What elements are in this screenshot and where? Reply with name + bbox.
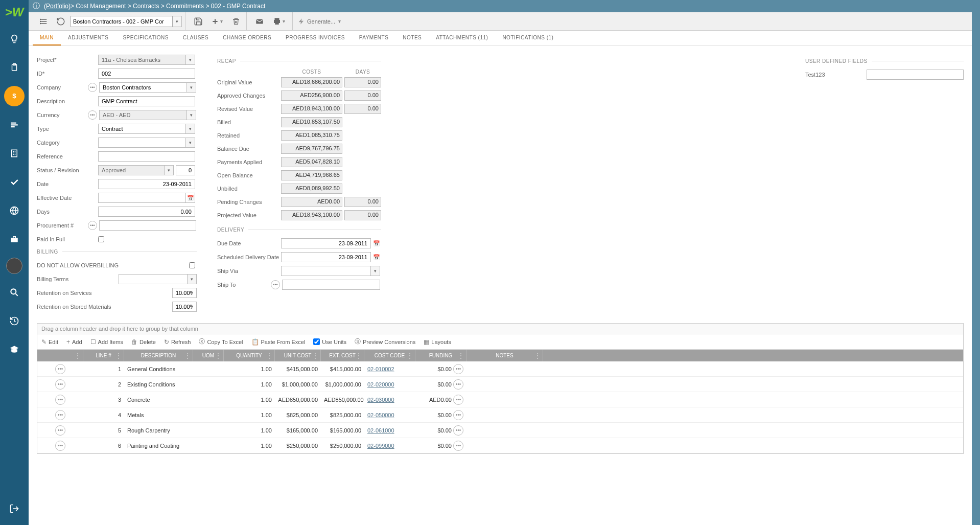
table-row[interactable]: ••• 6 Painting and Coating 1.00 $250,000… bbox=[37, 438, 963, 453]
due-date-input[interactable] bbox=[281, 238, 371, 248]
type-select[interactable] bbox=[98, 124, 186, 134]
generate-caret-icon[interactable]: ▾ bbox=[337, 18, 342, 24]
generate-button[interactable]: Generate... ▾ bbox=[298, 18, 342, 25]
grid-header-menu[interactable]: ⋮ bbox=[37, 350, 83, 361]
ship-via-caret[interactable]: ▾ bbox=[371, 266, 380, 276]
row-funding[interactable]: $0.00 ••• bbox=[415, 362, 466, 376]
tab-specifications[interactable]: SPECIFICATIONS bbox=[115, 31, 176, 45]
user-avatar[interactable] bbox=[6, 258, 22, 274]
row-menu[interactable]: ••• bbox=[37, 362, 83, 376]
currency-caret[interactable]: ▾ bbox=[187, 110, 196, 120]
grid-layouts-button[interactable]: ▦Layouts bbox=[424, 338, 451, 346]
procurement-input[interactable] bbox=[99, 220, 196, 231]
project-caret[interactable]: ▾ bbox=[186, 55, 195, 65]
print-caret-icon[interactable]: ▾ bbox=[282, 18, 286, 24]
grid-header-line[interactable]: LINE #⋮ bbox=[83, 350, 124, 361]
company-ellipsis[interactable]: ••• bbox=[88, 83, 97, 92]
row-cost-code[interactable]: 02-061000 bbox=[364, 425, 415, 436]
mail-icon[interactable] bbox=[252, 15, 267, 28]
row-funding[interactable]: $0.00 ••• bbox=[415, 439, 466, 453]
record-selector[interactable] bbox=[71, 16, 173, 27]
grid-header-uom[interactable]: UOM⋮ bbox=[193, 350, 224, 361]
right-scrollbar[interactable] bbox=[972, 0, 980, 525]
billing-terms-select[interactable] bbox=[119, 274, 188, 284]
bars-icon[interactable] bbox=[4, 115, 25, 135]
list-icon[interactable] bbox=[37, 15, 51, 28]
table-row[interactable]: ••• 3 Concrete 1.00 AED850,000.00 AED850… bbox=[37, 392, 963, 407]
ship-to-ellipsis[interactable]: ••• bbox=[271, 280, 280, 289]
row-menu[interactable]: ••• bbox=[37, 439, 83, 453]
grid-copy-excel-button[interactable]: ⓧCopy To Excel bbox=[199, 337, 243, 346]
row-cost-code[interactable]: 02-010002 bbox=[364, 364, 415, 374]
table-row[interactable]: ••• 2 Existing Conditions 1.00 $1,000,00… bbox=[37, 377, 963, 392]
grid-preview-button[interactable]: ⓢPreview Conversions bbox=[355, 337, 415, 346]
grid-refresh-button[interactable]: ↻Refresh bbox=[164, 338, 191, 346]
status-caret[interactable]: ▾ bbox=[165, 165, 174, 175]
logout-icon[interactable] bbox=[4, 498, 25, 519]
money-icon[interactable]: $ bbox=[4, 86, 25, 106]
category-select[interactable] bbox=[98, 138, 186, 148]
revision-input[interactable] bbox=[176, 165, 195, 175]
info-icon[interactable]: ⓘ bbox=[33, 2, 40, 11]
tab-adjustments[interactable]: ADJUSTMENTS bbox=[61, 31, 115, 45]
procurement-ellipsis[interactable]: ••• bbox=[88, 221, 97, 230]
grid-header-ext-cost[interactable]: EXT. COST⋮ bbox=[321, 350, 364, 361]
grid-use-units-check[interactable]: Use Units bbox=[313, 338, 346, 345]
row-menu[interactable]: ••• bbox=[37, 377, 83, 392]
type-caret[interactable]: ▾ bbox=[186, 124, 195, 134]
ret-services-input[interactable] bbox=[172, 288, 197, 298]
row-cost-code[interactable]: 02-030000 bbox=[364, 395, 415, 405]
grid-paste-excel-button[interactable]: 📋Paste From Excel bbox=[251, 338, 306, 346]
row-funding[interactable]: $0.00 ••• bbox=[415, 408, 466, 422]
grid-delete-button[interactable]: 🗑Delete bbox=[131, 338, 156, 346]
description-input[interactable] bbox=[98, 96, 195, 106]
add-caret-icon[interactable]: ▾ bbox=[219, 18, 224, 24]
print-icon[interactable]: ▾ bbox=[269, 15, 289, 28]
clipboard-icon[interactable] bbox=[4, 57, 25, 78]
globe-icon[interactable] bbox=[4, 200, 25, 221]
row-funding[interactable]: $0.00 ••• bbox=[415, 423, 466, 438]
ret-materials-input[interactable] bbox=[172, 302, 197, 312]
tab-notifications-1-[interactable]: NOTIFICATIONS (1) bbox=[495, 31, 561, 45]
id-input[interactable] bbox=[98, 69, 195, 79]
test-input[interactable] bbox=[867, 70, 964, 80]
tab-progress-invoices[interactable]: PROGRESS INVOICES bbox=[278, 31, 352, 45]
table-row[interactable]: ••• 1 General Conditions 1.00 $415,000.0… bbox=[37, 361, 963, 377]
row-menu[interactable]: ••• bbox=[37, 408, 83, 422]
status-select[interactable] bbox=[98, 165, 165, 175]
category-caret[interactable]: ▾ bbox=[186, 138, 195, 148]
table-row[interactable]: ••• 5 Rough Carpentry 1.00 $165,000.00 $… bbox=[37, 423, 963, 438]
search-icon[interactable] bbox=[4, 282, 25, 303]
eff-date-input[interactable] bbox=[98, 193, 186, 203]
sched-input[interactable] bbox=[281, 252, 371, 262]
tab-attachments-11-[interactable]: ATTACHMENTS (11) bbox=[429, 31, 495, 45]
ship-via-select[interactable] bbox=[281, 266, 371, 276]
record-selector-caret[interactable]: ▾ bbox=[173, 16, 182, 27]
row-funding[interactable]: $0.00 ••• bbox=[415, 377, 466, 392]
grid-edit-button[interactable]: ✎Edit bbox=[41, 338, 58, 346]
grid-header-cost-code[interactable]: COST CODE⋮ bbox=[364, 350, 415, 361]
currency-select[interactable] bbox=[99, 110, 187, 120]
tab-notes[interactable]: NOTES bbox=[395, 31, 429, 45]
billing-terms-caret[interactable]: ▾ bbox=[188, 274, 197, 284]
briefcase-icon[interactable] bbox=[4, 229, 25, 249]
history-toolbar-icon[interactable] bbox=[53, 15, 68, 28]
tab-main[interactable]: MAIN bbox=[33, 31, 61, 45]
grid-header-quantity[interactable]: QUANTITY⋮ bbox=[224, 350, 275, 361]
company-caret[interactable]: ▾ bbox=[187, 82, 196, 93]
grid-header-notes[interactable]: NOTES⋮ bbox=[466, 350, 543, 361]
paid-checkbox[interactable] bbox=[98, 236, 104, 242]
sched-calendar-icon[interactable]: 📅 bbox=[372, 252, 381, 262]
row-funding[interactable]: AED0.00 ••• bbox=[415, 393, 466, 407]
graduation-icon[interactable] bbox=[4, 339, 25, 360]
reference-input[interactable] bbox=[98, 151, 195, 162]
overbilling-checkbox[interactable] bbox=[189, 262, 195, 268]
add-icon[interactable]: ▾ bbox=[208, 15, 227, 28]
table-row[interactable]: ••• 4 Metals 1.00 $825,000.00 $825,000.0… bbox=[37, 407, 963, 423]
tab-change-orders[interactable]: CHANGE ORDERS bbox=[216, 31, 278, 45]
use-units-checkbox[interactable] bbox=[313, 338, 320, 345]
currency-ellipsis[interactable]: ••• bbox=[88, 110, 97, 120]
row-cost-code[interactable]: 02-050000 bbox=[364, 410, 415, 420]
building-icon[interactable] bbox=[4, 143, 25, 164]
save-icon[interactable] bbox=[191, 15, 206, 28]
